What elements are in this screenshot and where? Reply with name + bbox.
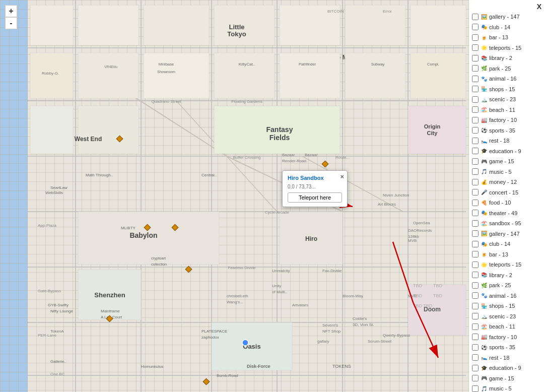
panel-item[interactable]: 🛌rest - 18 [469, 353, 544, 363]
panel-item-icon: 🎭 [481, 240, 488, 247]
panel-item-label: animal - 16 [489, 75, 541, 83]
panel-item[interactable]: 🏖️beach - 11 [469, 105, 544, 115]
panel-item-checkbox[interactable] [472, 148, 479, 154]
panel-item[interactable]: 🏔️scenic - 23 [469, 94, 544, 105]
panel-item[interactable]: 🌟teleports - 15 [469, 259, 544, 270]
panel-item-checkbox[interactable] [472, 241, 479, 247]
panel-item[interactable]: 🏔️scenic - 23 [469, 311, 544, 322]
panel-item-checkbox[interactable] [472, 272, 479, 278]
panel-item-checkbox[interactable] [472, 106, 479, 113]
panel-item-icon: 🏪 [481, 302, 488, 309]
teleport-button[interactable]: Teleport here [288, 192, 342, 203]
panel-item[interactable]: 🎤concert - 15 [469, 187, 544, 198]
panel-item-icon: 🐾 [481, 75, 488, 82]
panel-item[interactable]: ⚽sports - 35 [469, 342, 544, 353]
panel-item-label: money - 12 [489, 178, 541, 186]
panel-item-icon: 🏖️ [481, 106, 488, 113]
panel-item[interactable]: 📚library - 2 [469, 270, 544, 281]
zoom-in-button[interactable]: + [5, 5, 17, 17]
panel-item[interactable]: 🎭theater - 49 [469, 208, 544, 219]
panel-item[interactable]: 🎮game - 15 [469, 373, 544, 384]
panel-item-checkbox[interactable] [472, 282, 479, 289]
panel-item-checkbox[interactable] [472, 179, 479, 185]
panel-item-checkbox[interactable] [472, 138, 479, 144]
panel-item-label: sports - 35 [489, 126, 541, 135]
panel-item-checkbox[interactable] [472, 76, 479, 82]
panel-item-icon: 🍺 [481, 34, 488, 41]
panel-item[interactable]: 🖼️gallery - 147 [469, 12, 544, 22]
panel-item[interactable]: 🍕food - 10 [469, 198, 544, 208]
panel-item[interactable]: 🎭club - 14 [469, 239, 544, 249]
panel-item-checkbox[interactable] [472, 365, 479, 371]
popup-close-button[interactable]: × [340, 173, 344, 180]
panel-item-checkbox[interactable] [472, 220, 479, 227]
panel-item-icon: 🎮 [481, 158, 488, 165]
panel-item[interactable]: 🎵music - 5 [469, 383, 544, 392]
panel-item-checkbox[interactable] [472, 189, 479, 195]
panel-item-checkbox[interactable] [472, 210, 479, 216]
panel-item-checkbox[interactable] [472, 354, 479, 361]
panel-item-checkbox[interactable] [472, 96, 479, 103]
panel-item-icon: 🎓 [481, 364, 488, 371]
panel-item[interactable]: 🛌rest - 18 [469, 136, 544, 146]
panel-item[interactable]: 🏖️sandbox - 95 [469, 218, 544, 229]
panel-item[interactable]: 🏪shops - 15 [469, 301, 544, 311]
panel-item-checkbox[interactable] [472, 34, 479, 41]
panel-item-label: sports - 35 [489, 343, 541, 352]
panel-item-checkbox[interactable] [472, 14, 479, 20]
panel-item-checkbox[interactable] [472, 168, 479, 175]
panel-item[interactable]: 🌿park - 25 [469, 280, 544, 291]
panel-item-checkbox[interactable] [472, 44, 479, 51]
panel-item[interactable]: 🏪shops - 15 [469, 84, 544, 95]
panel-item-checkbox[interactable] [472, 385, 479, 392]
panel-item[interactable]: 🏭factory - 10 [469, 332, 544, 343]
panel-item[interactable]: 🏖️beach - 11 [469, 321, 544, 332]
panel-item[interactable]: 🌟teleports - 15 [469, 43, 544, 53]
panel-item-checkbox[interactable] [472, 323, 479, 330]
panel-item-checkbox[interactable] [472, 65, 479, 72]
panel-item-checkbox[interactable] [472, 344, 479, 351]
panel-item[interactable]: 🎭club - 14 [469, 22, 544, 33]
panel-item[interactable]: 🍺bar - 13 [469, 32, 544, 43]
panel-item[interactable]: 🎓education - 9 [469, 363, 544, 373]
panel-item[interactable]: ⚽sports - 35 [469, 125, 544, 136]
panel-item[interactable]: 🎮game - 15 [469, 156, 544, 167]
panel-item[interactable]: 🐾animal - 16 [469, 291, 544, 301]
panel-item[interactable]: 🏭factory - 10 [469, 115, 544, 125]
panel-item-checkbox[interactable] [472, 334, 479, 340]
panel-item-icon: 🎤 [481, 189, 488, 196]
panel-item-checkbox[interactable] [472, 127, 479, 134]
panel-item-label: club - 14 [489, 240, 541, 248]
zoom-out-button[interactable]: - [5, 17, 17, 29]
panel-item-checkbox[interactable] [472, 158, 479, 165]
panel-item-icon: 🖼️ [481, 13, 488, 20]
panel-item[interactable]: 🖼️gallery - 147 [469, 229, 544, 239]
panel-item[interactable]: 🌿park - 25 [469, 63, 544, 74]
panel-item-label: factory - 10 [489, 116, 541, 124]
panel-item-checkbox[interactable] [472, 292, 479, 299]
panel-item-checkbox[interactable] [472, 200, 479, 206]
panel-item-checkbox[interactable] [472, 86, 479, 92]
panel-item-checkbox[interactable] [472, 303, 479, 309]
panel-item[interactable]: 💰money - 12 [469, 177, 544, 187]
panel-item[interactable]: 🍺bar - 13 [469, 249, 544, 260]
panel-item-label: bar - 13 [489, 250, 541, 259]
panel-item-checkbox[interactable] [472, 375, 479, 381]
panel-item-label: park - 25 [489, 64, 541, 73]
panel-item-checkbox[interactable] [472, 24, 479, 30]
panel-item[interactable]: 🎵music - 5 [469, 167, 544, 177]
panel-item[interactable]: 🐾animal - 16 [469, 74, 544, 84]
panel-item-checkbox[interactable] [472, 117, 479, 123]
panel-item-checkbox[interactable] [472, 251, 479, 257]
panel-item-label: education - 9 [489, 147, 541, 156]
panel-item-checkbox[interactable] [472, 313, 479, 319]
panel-item-icon: 🎭 [481, 210, 488, 217]
panel-item[interactable]: 📚library - 2 [469, 53, 544, 63]
panel-item-label: gallery - 147 [489, 13, 541, 21]
panel-item-checkbox[interactable] [472, 262, 479, 268]
panel-item-checkbox[interactable] [472, 55, 479, 61]
panel-close-button[interactable]: X [537, 3, 541, 11]
panel-item-checkbox[interactable] [472, 230, 479, 237]
panel-item[interactable]: 🎓education - 9 [469, 146, 544, 157]
panel-item-label: shops - 15 [489, 302, 541, 310]
